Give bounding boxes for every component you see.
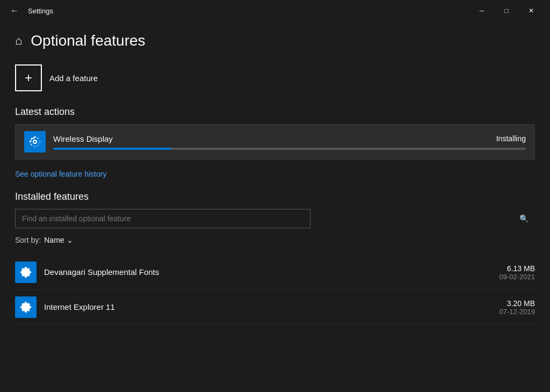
wireless-display-name: Wireless Display xyxy=(53,134,113,143)
search-input[interactable] xyxy=(15,209,310,228)
wireless-display-icon xyxy=(24,131,46,153)
sort-row: Sort by: Name ⌄ xyxy=(15,236,535,244)
wireless-display-info: Wireless Display Installing xyxy=(53,134,526,150)
gear-svg-icon xyxy=(29,136,41,148)
gear-svg-icon-2 xyxy=(20,266,32,278)
devanagari-meta: 6.13 MB 09-02-2021 xyxy=(500,264,535,281)
title-bar-title: Settings xyxy=(28,7,53,15)
feature-history-link[interactable]: See optional feature history xyxy=(15,170,106,178)
sort-dropdown[interactable]: Name ⌄ xyxy=(44,236,73,244)
devanagari-date: 09-02-2021 xyxy=(500,273,535,281)
progress-bar-fill xyxy=(53,148,171,150)
devanagari-info: Devanagari Supplemental Fonts xyxy=(44,267,492,277)
page-header: ⌂ Optional features xyxy=(15,32,535,49)
title-bar: ← Settings ─ □ ✕ xyxy=(0,0,550,21)
minimize-button[interactable]: ─ xyxy=(469,0,494,21)
list-item: Internet Explorer 11 3.20 MB 07-12-2019 xyxy=(15,290,535,325)
feature-name-row: Wireless Display Installing xyxy=(53,134,526,143)
ie11-info: Internet Explorer 11 xyxy=(44,302,492,312)
ie11-icon xyxy=(15,296,37,318)
home-icon: ⌂ xyxy=(15,34,22,48)
ie11-name: Internet Explorer 11 xyxy=(44,302,115,311)
main-content: ⌂ Optional features + Add a feature Late… xyxy=(0,21,550,392)
add-feature-button[interactable]: + Add a feature xyxy=(15,64,535,91)
sort-value-name: Name xyxy=(44,236,64,244)
add-feature-label: Add a feature xyxy=(49,74,98,83)
devanagari-icon xyxy=(15,262,37,283)
window-controls: ─ □ ✕ xyxy=(469,0,544,21)
sort-chevron-icon: ⌄ xyxy=(67,236,73,244)
sort-label: Sort by: xyxy=(15,236,41,244)
wireless-display-item: Wireless Display Installing xyxy=(15,124,535,159)
installed-features-list: Devanagari Supplemental Fonts 6.13 MB 09… xyxy=(15,255,535,325)
search-icon: 🔍 xyxy=(519,214,529,223)
ie11-date: 07-12-2019 xyxy=(500,308,535,316)
maximize-button[interactable]: □ xyxy=(494,0,519,21)
list-item: Devanagari Supplemental Fonts 6.13 MB 09… xyxy=(15,255,535,290)
installed-features-header: Installed features xyxy=(15,191,535,202)
devanagari-size: 6.13 MB xyxy=(500,264,535,273)
add-feature-plus-icon: + xyxy=(15,64,42,91)
close-button[interactable]: ✕ xyxy=(519,0,544,21)
gear-svg-icon-3 xyxy=(20,301,32,313)
ie11-size: 3.20 MB xyxy=(500,299,535,308)
devanagari-name: Devanagari Supplemental Fonts xyxy=(44,267,159,277)
latest-actions-header: Latest actions xyxy=(15,106,535,118)
ie11-meta: 3.20 MB 07-12-2019 xyxy=(500,299,535,316)
page-title: Optional features xyxy=(31,32,145,49)
search-container: 🔍 xyxy=(15,209,535,228)
back-button[interactable]: ← xyxy=(6,3,23,19)
wireless-display-status: Installing xyxy=(496,134,526,143)
progress-bar-container xyxy=(53,148,526,150)
